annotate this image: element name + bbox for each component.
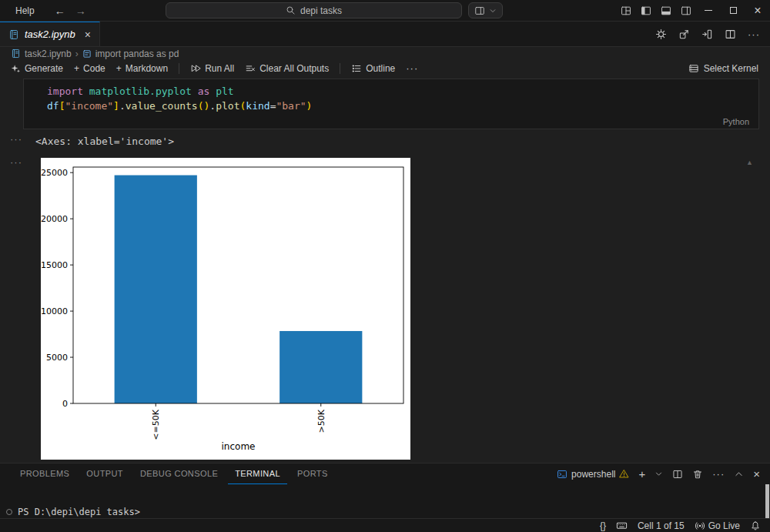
svg-text:income: income [222,441,256,452]
cell-indicator[interactable]: Cell 1 of 15 [638,519,685,532]
panel-bar: PROBLEMSOUTPUTDEBUG CONSOLETERMINALPORTS… [0,463,770,484]
toolbar-more-icon[interactable]: ··· [406,63,418,73]
generate-button[interactable]: Generate [10,63,63,74]
sparkle-icon [10,63,21,74]
chart-svg: 0500010000150002000025000<=50K>50Kincome [41,158,410,460]
keyboard-icon [616,520,628,531]
terminal-instance-badge[interactable]: powershell [557,469,629,480]
split-editor-icon[interactable] [725,28,736,40]
new-terminal-icon[interactable]: + [638,468,645,480]
code-cell[interactable]: import matplotlib.pyplot as pltdf["incom… [23,79,759,129]
open-in-editor-icon[interactable] [701,28,713,40]
layout-grid-icon [621,5,631,16]
cell-actions-icon[interactable]: ··· [10,134,22,144]
plus-icon: + [116,63,122,74]
svg-text:20000: 20000 [41,214,68,224]
terminal-prompt-line: PS D:\depi\depi tasks> [6,507,140,517]
output-actions-icon[interactable]: ··· [10,157,22,167]
notifications-button[interactable] [750,519,761,532]
notebook-editor: import matplotlib.pyplot as pltdf["incom… [0,76,770,463]
clear-all-outputs-label: Clear All Outputs [259,63,329,74]
breadcrumb-symbol[interactable]: import pandas as pd [95,49,179,59]
svg-text:<=50K: <=50K [151,409,161,440]
command-decoration-icon[interactable] [6,509,12,515]
svg-text:>50K: >50K [316,409,326,433]
more-actions-icon[interactable]: ··· [748,29,760,39]
forward-icon[interactable]: → [75,5,86,16]
titlebar: Help ← → depi tasks [0,0,770,22]
statusbar-right: {} Cell 1 of 15 Go Live [600,519,770,532]
export-icon[interactable] [678,28,690,40]
kill-terminal-trash-icon[interactable] [692,469,703,480]
code-line[interactable]: df["income"].value_counts().plot(kind="b… [47,99,758,113]
cell-language-picker[interactable]: Python [723,117,749,126]
restore-button[interactable] [721,0,745,21]
outline-icon [351,63,362,74]
tab-close-icon[interactable]: × [85,29,91,40]
code-editor[interactable]: import matplotlib.pyplot as pltdf["incom… [24,79,758,113]
panel-tab-debug-console[interactable]: DEBUG CONSOLE [133,463,225,484]
sidebar-right-icon [681,5,691,16]
gear-icon[interactable] [655,28,667,40]
clear-all-icon [245,63,256,74]
vscode-window: Help ← → depi tasks [0,0,770,532]
close-panel-icon[interactable]: × [753,468,760,480]
notebook-file-icon [11,49,21,59]
clear-all-outputs-button[interactable]: Clear All Outputs [245,63,329,74]
toggle-secondary-sidebar-button[interactable] [676,0,696,21]
broadcast-icon [695,520,705,531]
editor-actions: ··· [655,22,770,46]
plus-icon: + [74,63,79,74]
outline-label: Outline [366,63,395,74]
command-center[interactable]: depi tasks [166,2,462,18]
panel-bottom-icon [661,5,671,16]
notebook-file-icon [8,29,19,40]
terminal-name: powershell [571,469,615,480]
bottom-panel: PROBLEMSOUTPUTDEBUG CONSOLETERMINALPORTS… [0,463,770,518]
close-window-button[interactable]: × [745,0,770,21]
panel-tab-terminal[interactable]: TERMINAL [228,463,287,484]
panel-tabs: PROBLEMSOUTPUTDEBUG CONSOLETERMINALPORTS [0,463,338,484]
breadcrumb-file[interactable]: task2.ipynb [25,49,72,59]
panel-tab-ports[interactable]: PORTS [290,463,335,484]
add-code-cell-button[interactable]: + Code [74,63,105,74]
svg-text:5000: 5000 [46,353,68,363]
toolbar-separator [340,63,340,74]
run-all-button[interactable]: Run All [190,63,234,74]
svg-text:25000: 25000 [41,168,68,178]
add-markdown-cell-button[interactable]: + Markdown [116,63,168,74]
terminal-body[interactable]: PS D:\depi\depi tasks> [0,484,770,518]
go-live-button[interactable]: Go Live [695,519,740,532]
restore-icon [730,7,737,14]
add-code-label: Code [83,63,105,74]
back-icon[interactable]: ← [55,5,65,16]
code-line[interactable]: import matplotlib.pyplot as plt [47,84,758,99]
chevron-down-icon [489,7,497,15]
split-terminal-icon[interactable] [672,469,683,480]
menu-help[interactable]: Help [11,4,39,18]
layout-control-button[interactable] [468,2,503,18]
minimize-button[interactable] [696,0,721,21]
language-status-item[interactable]: {} [600,519,606,532]
panel-tab-output[interactable]: OUTPUT [79,463,130,484]
toggle-primary-sidebar-button[interactable] [636,0,656,21]
command-center-label: depi tasks [300,5,342,16]
toggle-panel-button[interactable] [656,0,676,21]
panel-more-icon[interactable]: ··· [712,469,725,479]
maximize-panel-icon[interactable] [734,469,744,479]
svg-text:10000: 10000 [41,306,68,316]
kernel-icon [688,63,699,74]
panel-tab-problems[interactable]: PROBLEMS [13,463,76,484]
select-kernel-button[interactable]: Select Kernel [688,63,770,74]
toolbar-separator [179,63,179,74]
tab-label: task2.ipynb [25,28,75,40]
tab-task2-ipynb[interactable]: task2.ipynb × [0,22,100,46]
outline-button[interactable]: Outline [351,63,395,74]
keyboard-status-item[interactable] [616,519,628,532]
editor-tabbar: task2.ipynb × ··· [0,22,770,47]
scroll-top-icon[interactable]: ▲ [746,159,753,166]
select-kernel-label: Select Kernel [704,63,758,74]
terminal-scrollbar[interactable] [765,484,769,519]
terminal-dropdown-icon[interactable] [654,470,663,478]
editor-layout-grid-button[interactable] [616,0,636,21]
